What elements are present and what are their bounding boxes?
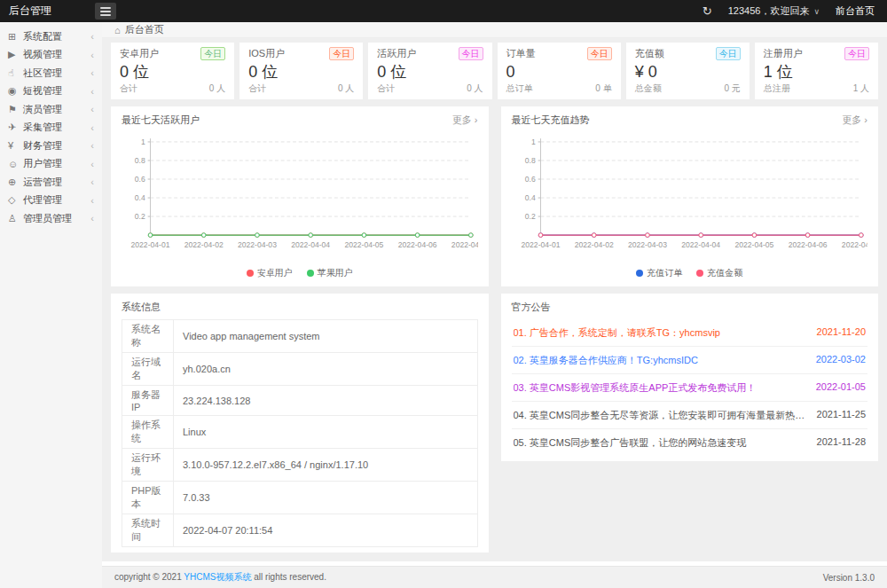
breadcrumb-label[interactable]: 后台首页 xyxy=(125,23,164,36)
send-icon: ✈ xyxy=(8,122,23,133)
sidebar-item-4[interactable]: ◉短视管理‹ xyxy=(0,82,102,101)
sidebar-item-label: 代理管理 xyxy=(23,193,90,207)
system-info-title: 系统信息 xyxy=(122,301,161,314)
legend-item[interactable]: 充值订单 xyxy=(636,267,682,279)
chevron-left-icon: ‹ xyxy=(90,86,94,97)
sidebar-item-2[interactable]: ▶视频管理‹ xyxy=(0,46,102,65)
announcement-date: 2022-03-02 xyxy=(816,354,866,367)
sidebar-item-10[interactable]: ◇代理管理‹ xyxy=(0,192,102,210)
system-info-label: 运行域名 xyxy=(122,353,174,386)
announcements-panel: 官方公告 01. 广告合作，系统定制，请联系TG：yhcmsvip2021-11… xyxy=(501,294,879,461)
welcome-text: 123456，欢迎回来 xyxy=(728,4,810,18)
announcement-date: 2022-01-05 xyxy=(816,381,866,395)
community-icon: ☝ xyxy=(8,67,23,79)
system-info-label: 服务器IP xyxy=(122,386,174,416)
system-info-label: 系统时间 xyxy=(122,514,174,547)
stat-card-total-value: 0 单 xyxy=(595,83,611,94)
svg-text:2022-04-06: 2022-04-06 xyxy=(788,240,827,249)
announcement-text: 04. 英皇CMS同步整合无尽等资源，让您安装即可拥有海量最新热门影片 xyxy=(514,409,808,422)
svg-text:2022-04-04: 2022-04-04 xyxy=(681,240,720,249)
sidebar-item-3[interactable]: ☝社区管理‹ xyxy=(0,64,102,82)
stat-card-label: 注册用户 xyxy=(764,48,803,59)
more-link[interactable]: 更多 › xyxy=(452,114,478,127)
more-link[interactable]: 更多 › xyxy=(842,114,867,127)
sidebar-item-label: 社区管理 xyxy=(23,67,90,80)
chevron-left-icon: ‹ xyxy=(90,50,94,60)
chevron-left-icon: ‹ xyxy=(90,213,94,223)
announcement-item[interactable]: 04. 英皇CMS同步整合无尽等资源，让您安装即可拥有海量最新热门影片2021-… xyxy=(512,402,868,429)
stat-card: 充值额今日¥ 0总金额0 元 xyxy=(626,43,750,99)
svg-text:2022-04-02: 2022-04-02 xyxy=(184,240,224,249)
copyright-text: copyright © 2021 YHCMS视频系统 all rights re… xyxy=(114,571,326,584)
svg-text:2022-04-03: 2022-04-03 xyxy=(238,240,277,249)
legend-item[interactable]: 苹果用户 xyxy=(307,267,353,279)
announcement-item[interactable]: 05. 英皇CMS同步整合广告联盟，让您的网站急速变现2021-11-28 xyxy=(512,429,868,456)
announcement-date: 2021-11-25 xyxy=(817,409,866,422)
app-title: 后台管理 xyxy=(0,4,93,19)
sidebar-item-9[interactable]: ⊕运营管理‹ xyxy=(0,173,102,192)
sidebar: ⊞系统配置‹▶视频管理‹☝社区管理‹◉短视管理‹⚑演员管理‹✈采集管理‹¥财务管… xyxy=(0,22,102,588)
admin-icon: ♙ xyxy=(8,213,23,224)
today-badge: 今日 xyxy=(459,47,483,60)
topbar: 后台管理 ↻ 123456，欢迎回来 ∨ 前台首页 xyxy=(0,0,887,22)
announcement-item[interactable]: 01. 广告合作，系统定制，请联系TG：yhcmsvip2021-11-20 xyxy=(512,319,868,347)
legend-dot-icon xyxy=(307,270,314,277)
sidebar-item-label: 视频管理 xyxy=(23,48,90,61)
sidebar-item-8[interactable]: ☺用户管理‹ xyxy=(0,155,102,174)
chevron-left-icon: ‹ xyxy=(90,176,94,187)
sidebar-item-5[interactable]: ⚑演员管理‹ xyxy=(0,100,102,119)
sidebar-item-11[interactable]: ♙管理员管理‹ xyxy=(0,209,102,228)
stat-card: 安卓用户今日0 位合计0 人 xyxy=(111,43,234,99)
svg-text:1: 1 xyxy=(530,137,535,146)
home-icon: ⌂ xyxy=(114,25,121,35)
announcement-text: 03. 英皇CMS影视管理系统原生APP正式发布免费试用！ xyxy=(514,381,807,395)
stat-card-value: 0 位 xyxy=(248,62,354,82)
stat-card: 订单量今日0总订单0 单 xyxy=(498,43,621,99)
system-info-value: 2022-04-07 20:11:54 xyxy=(174,514,478,547)
svg-text:2022-04-06: 2022-04-06 xyxy=(398,240,437,249)
legend-label: 苹果用户 xyxy=(318,267,353,279)
user-icon: ☺ xyxy=(8,159,23,169)
sidebar-item-7[interactable]: ¥财务管理‹ xyxy=(0,137,102,155)
user-menu[interactable]: 123456，欢迎回来 ∨ xyxy=(728,4,820,18)
system-info-label: 运行环境 xyxy=(122,449,174,482)
today-badge: 今日 xyxy=(844,47,869,60)
legend-dot-icon xyxy=(247,270,254,277)
legend-item[interactable]: 安卓用户 xyxy=(247,267,293,279)
sidebar-item-1[interactable]: ⊞系统配置‹ xyxy=(0,27,102,46)
sidebar-item-label: 演员管理 xyxy=(23,103,90,116)
system-info-value: 23.224.138.128 xyxy=(174,386,478,416)
announcement-item[interactable]: 03. 英皇CMS影视管理系统原生APP正式发布免费试用！2022-01-05 xyxy=(512,374,868,402)
globe-icon: ⊕ xyxy=(8,176,23,188)
sidebar-item-label: 用户管理 xyxy=(23,157,90,170)
svg-text:2022-04-07: 2022-04-07 xyxy=(841,240,867,249)
finance-icon: ¥ xyxy=(8,140,23,151)
chart-legend: 充值订单充值金额 xyxy=(512,267,868,279)
legend-label: 安卓用户 xyxy=(257,267,293,279)
sidebar-item-6[interactable]: ✈采集管理‹ xyxy=(0,119,102,137)
system-info-row: PHP版本7.0.33 xyxy=(122,482,478,514)
svg-text:2022-04-03: 2022-04-03 xyxy=(627,240,666,249)
chevron-left-icon: ‹ xyxy=(90,67,94,78)
today-badge: 今日 xyxy=(329,47,354,60)
breadcrumb: ⌂ 后台首页 xyxy=(102,22,887,38)
stat-card-label: 充值额 xyxy=(635,48,664,59)
announcements-title: 官方公告 xyxy=(512,301,551,314)
system-info-row: 运行域名yh.020a.cn xyxy=(122,353,478,386)
chart-legend: 安卓用户苹果用户 xyxy=(122,267,478,279)
legend-item[interactable]: 充值金额 xyxy=(696,267,742,279)
brand-link[interactable]: YHCMS视频系统 xyxy=(184,572,251,582)
frontend-home-link[interactable]: 前台首页 xyxy=(836,4,875,18)
svg-text:2022-04-04: 2022-04-04 xyxy=(291,240,330,249)
svg-text:0.2: 0.2 xyxy=(524,212,535,221)
system-info-value: 7.0.33 xyxy=(174,482,478,514)
chart-title: 最近七天充值趋势 xyxy=(512,114,590,127)
svg-text:2022-04-07: 2022-04-07 xyxy=(451,240,478,249)
system-info-value: Video app management system xyxy=(174,320,478,353)
svg-text:2022-04-01: 2022-04-01 xyxy=(131,240,170,249)
refresh-icon[interactable]: ↻ xyxy=(703,4,712,18)
system-info-label: PHP版本 xyxy=(122,482,174,514)
chevron-down-icon: ∨ xyxy=(813,7,820,16)
announcement-item[interactable]: 02. 英皇服务器合作供应商！TG:yhcmsIDC2022-03-02 xyxy=(512,347,868,374)
hamburger-menu-icon[interactable] xyxy=(95,3,116,20)
